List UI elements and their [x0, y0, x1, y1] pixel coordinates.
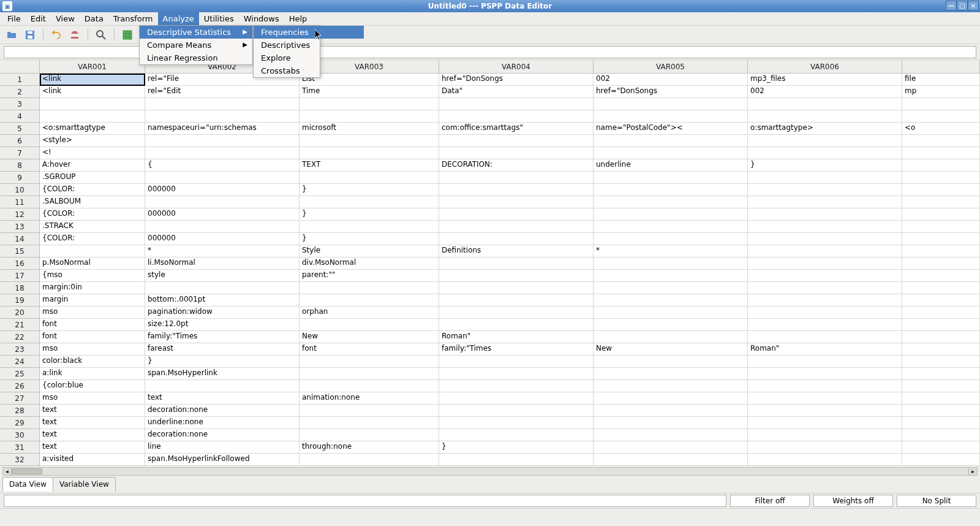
row-header[interactable]: 16 — [0, 257, 40, 270]
data-cell[interactable] — [748, 221, 902, 233]
data-cell[interactable] — [748, 233, 902, 245]
data-cell[interactable] — [300, 147, 439, 159]
data-cell[interactable] — [748, 208, 902, 221]
data-cell[interactable] — [902, 282, 980, 294]
data-cell[interactable] — [748, 98, 902, 110]
data-cell[interactable] — [300, 110, 439, 123]
data-cell[interactable]: decoration:none — [145, 405, 300, 417]
dd-frequencies[interactable]: Frequencies — [254, 26, 364, 39]
data-cell[interactable]: mso — [40, 307, 145, 319]
column-header[interactable]: VAR004 — [439, 60, 594, 74]
minimize-button[interactable]: — — [946, 1, 957, 10]
data-cell[interactable]: 000000 — [145, 233, 300, 245]
grid-corner[interactable] — [0, 60, 40, 74]
data-cell[interactable] — [594, 98, 748, 110]
data-cell[interactable] — [594, 172, 748, 184]
redo-button[interactable] — [67, 28, 83, 42]
data-cell[interactable]: } — [300, 184, 439, 196]
data-cell[interactable] — [748, 245, 902, 257]
data-cell[interactable]: microsoft — [300, 123, 439, 135]
data-cell[interactable] — [594, 368, 748, 380]
data-cell[interactable] — [594, 380, 748, 392]
data-cell[interactable] — [145, 172, 300, 184]
status-weights[interactable]: Weights off — [813, 495, 893, 507]
data-cell[interactable] — [748, 307, 902, 319]
data-cell[interactable] — [594, 196, 748, 208]
data-cell[interactable]: span.MsoHyperlinkFollowed — [145, 454, 300, 466]
row-header[interactable]: 30 — [0, 429, 40, 441]
row-header[interactable]: 10 — [0, 184, 40, 196]
horizontal-scrollbar[interactable]: ◂ ▸ — [2, 467, 978, 476]
data-cell[interactable] — [902, 110, 980, 123]
data-cell[interactable] — [748, 405, 902, 417]
data-cell[interactable] — [594, 270, 748, 282]
data-cell[interactable] — [902, 405, 980, 417]
data-cell[interactable]: New — [300, 331, 439, 343]
data-cell[interactable] — [439, 454, 594, 466]
data-cell[interactable] — [439, 417, 594, 429]
data-cell[interactable]: <! — [40, 147, 145, 159]
data-cell[interactable]: animation:none — [300, 392, 439, 405]
data-cell[interactable] — [439, 110, 594, 123]
data-cell[interactable]: mp3_files — [748, 74, 902, 86]
data-cell[interactable] — [594, 208, 748, 221]
data-cell[interactable] — [748, 319, 902, 331]
data-cell[interactable] — [439, 233, 594, 245]
data-cell[interactable] — [748, 172, 902, 184]
data-cell[interactable] — [748, 110, 902, 123]
data-cell[interactable]: .SGROUP — [40, 172, 145, 184]
data-cell[interactable] — [439, 147, 594, 159]
data-cell[interactable] — [902, 307, 980, 319]
row-header[interactable]: 15 — [0, 245, 40, 257]
data-cell[interactable]: family:"Times — [439, 343, 594, 356]
data-cell[interactable] — [40, 98, 145, 110]
data-cell[interactable] — [145, 135, 300, 147]
data-cell[interactable] — [594, 429, 748, 441]
column-header[interactable]: VAR006 — [748, 60, 902, 74]
data-cell[interactable]: through:none — [300, 441, 439, 454]
data-cell[interactable]: href="DonSongs — [594, 86, 748, 98]
data-cell[interactable] — [594, 356, 748, 368]
menu-transform[interactable]: Transform — [108, 12, 158, 25]
undo-button[interactable] — [48, 28, 64, 42]
row-header[interactable]: 6 — [0, 135, 40, 147]
find-button[interactable] — [93, 28, 109, 42]
data-cell[interactable]: underline — [594, 159, 748, 172]
data-cell[interactable] — [902, 245, 980, 257]
data-cell[interactable] — [300, 405, 439, 417]
data-cell[interactable]: {COLOR: — [40, 208, 145, 221]
data-cell[interactable] — [748, 392, 902, 405]
row-header[interactable]: 7 — [0, 147, 40, 159]
data-cell[interactable] — [902, 454, 980, 466]
data-cell[interactable]: parent:"" — [300, 270, 439, 282]
dd-explore[interactable]: Explore — [254, 51, 364, 64]
data-cell[interactable] — [748, 331, 902, 343]
data-cell[interactable] — [594, 257, 748, 270]
data-cell[interactable]: TEXT — [300, 159, 439, 172]
data-grid[interactable]: VAR001VAR002VAR003VAR004VAR005VAR0061<li… — [0, 60, 980, 466]
scroll-thumb[interactable] — [12, 468, 42, 475]
data-cell[interactable] — [439, 184, 594, 196]
data-cell[interactable] — [748, 441, 902, 454]
row-header[interactable]: 12 — [0, 208, 40, 221]
data-cell[interactable] — [594, 307, 748, 319]
data-cell[interactable]: {mso — [40, 270, 145, 282]
row-header[interactable]: 2 — [0, 86, 40, 98]
column-header[interactable]: VAR005 — [594, 60, 748, 74]
data-cell[interactable]: } — [439, 441, 594, 454]
data-cell[interactable]: underline:none — [145, 417, 300, 429]
data-cell[interactable] — [439, 135, 594, 147]
data-cell[interactable]: Roman" — [748, 343, 902, 356]
data-cell[interactable] — [439, 392, 594, 405]
data-cell[interactable]: } — [300, 233, 439, 245]
data-cell[interactable] — [300, 417, 439, 429]
data-cell[interactable]: text — [145, 392, 300, 405]
data-cell[interactable]: a:link — [40, 368, 145, 380]
data-cell[interactable]: com:office:smarttags" — [439, 123, 594, 135]
menu-edit[interactable]: Edit — [26, 12, 51, 25]
data-cell[interactable]: font — [40, 331, 145, 343]
data-cell[interactable] — [300, 319, 439, 331]
data-cell[interactable] — [300, 356, 439, 368]
data-cell[interactable] — [300, 135, 439, 147]
data-cell[interactable] — [748, 368, 902, 380]
